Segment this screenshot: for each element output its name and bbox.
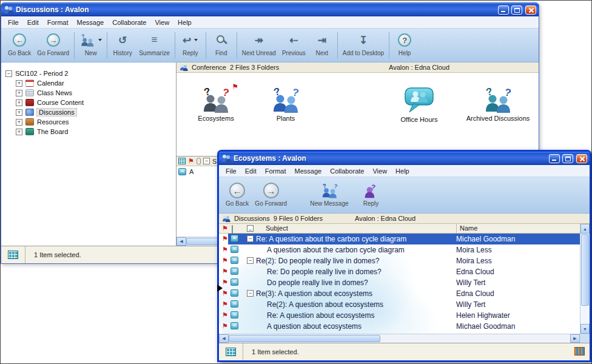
help-button[interactable]: ? Help <box>391 30 418 61</box>
tree-item-label: Course Content <box>37 99 84 106</box>
previous-button[interactable]: ⇠ Previous <box>279 30 309 61</box>
magnifier-icon <box>215 34 227 46</box>
message-row[interactable]: ⚑ ✉ − Re(3): A question about ecosystems… <box>219 288 580 299</box>
tree-root-sci102[interactable]: − SCI102 - Period 2 <box>1 69 176 78</box>
collapse-thread-icon[interactable]: − <box>247 257 254 264</box>
message-row[interactable]: ⚑ ✉ − Re(2): Do people really live in do… <box>219 255 580 266</box>
menu-edit[interactable]: Edit <box>23 18 43 27</box>
name-column-header[interactable]: Name <box>460 224 477 233</box>
maximize-button[interactable] <box>511 5 522 15</box>
menu-format[interactable]: Format <box>261 166 291 176</box>
menu-file[interactable]: File <box>4 18 23 27</box>
tree-item-discussions[interactable]: + Discussions <box>1 107 176 117</box>
message-row[interactable]: ⚑ ✉ A question about ecosystems Michael … <box>219 321 580 332</box>
summarize-icon: ≡ <box>151 34 157 46</box>
collapse-icon[interactable]: − <box>5 70 12 77</box>
menu-message[interactable]: Message <box>73 18 109 27</box>
tree-item-resources[interactable]: + Resources <box>1 117 176 127</box>
new-button[interactable]: ? New <box>76 30 105 61</box>
message-row[interactable]: ⚑ ✉ Re(2): A question about ecosystems W… <box>219 299 580 310</box>
expand-icon[interactable]: + <box>16 119 22 126</box>
scrollbar-thumb[interactable] <box>581 234 589 306</box>
subject-column-header[interactable]: Subject <box>266 224 288 233</box>
minimize-button[interactable] <box>498 5 509 15</box>
go-back-button[interactable]: ← Go Back <box>223 181 252 212</box>
vertical-scrollbar[interactable]: ▲ ▼ <box>580 224 590 334</box>
status-view-cell[interactable] <box>219 343 243 360</box>
menu-view[interactable]: View <box>150 18 173 27</box>
toolbar-separator <box>237 32 237 59</box>
new-message-button[interactable]: ? ? New Message <box>307 181 351 212</box>
horizontal-scrollbar[interactable]: ◀ ▶ <box>219 334 590 343</box>
next-unread-button[interactable]: ↠ Next Unread <box>239 30 279 61</box>
app-icon <box>4 5 13 14</box>
message-row[interactable]: ⚑ ✉ Re: A question about ecosystems Hele… <box>219 310 580 321</box>
scroll-left-button[interactable]: ◀ <box>177 237 186 246</box>
tree-item-label: Resources <box>37 118 69 126</box>
message-row[interactable]: ⚑ ✉ Re: Do people really live in domes? … <box>219 266 580 277</box>
news-icon <box>25 89 34 96</box>
go-forward-button[interactable]: → Go Forward <box>34 30 72 61</box>
new-message-people-icon: ? ? <box>320 183 338 198</box>
people-question-icon: ? ? <box>200 86 232 113</box>
status-view-cell[interactable] <box>1 246 25 263</box>
scroll-down-button[interactable]: ▼ <box>580 324 590 334</box>
menu-edit[interactable]: Edit <box>241 166 261 176</box>
message-row[interactable]: ⚑ ✉ Do people really live in domes? Will… <box>219 277 580 288</box>
scrollbar-thumb[interactable] <box>229 335 380 342</box>
menu-view[interactable]: View <box>368 166 391 176</box>
conference-label: Plants <box>252 115 319 122</box>
conference-office-hours[interactable]: Office Hours <box>386 86 452 123</box>
go-forward-button[interactable]: → Go Forward <box>252 181 290 212</box>
expand-icon[interactable]: + <box>16 109 22 116</box>
tree-item-label: Class News <box>37 89 72 96</box>
message-row[interactable]: ⚑ ✉ A question about the carbon cycle di… <box>219 244 580 255</box>
menu-collaborate[interactable]: Collaborate <box>326 166 368 176</box>
collapse-thread-icon[interactable]: − <box>247 235 254 242</box>
tree-item-course-content[interactable]: + Course Content <box>1 98 176 107</box>
tree-item-class-news[interactable]: + Class News <box>1 88 176 98</box>
toolbar-separator <box>206 32 206 59</box>
go-back-button[interactable]: ← Go Back <box>5 30 34 61</box>
reply-button[interactable]: ↩ Reply <box>177 30 204 61</box>
tree-item-calendar[interactable]: + Calendar <box>1 78 176 88</box>
menu-collaborate[interactable]: Collaborate <box>108 18 150 27</box>
back-circle-icon: ← <box>13 33 26 47</box>
collapse-all-icon[interactable]: − <box>203 158 210 164</box>
summarize-button[interactable]: ≡ Summarize <box>136 30 173 61</box>
minimize-button[interactable] <box>549 154 560 163</box>
collapse-thread-icon[interactable]: − <box>247 290 254 297</box>
reply-button[interactable]: ? Reply <box>358 181 385 212</box>
scroll-left-button[interactable]: ◀ <box>219 334 229 343</box>
menu-file[interactable]: File <box>221 166 241 176</box>
title-bar[interactable]: Discussions : Avalon <box>1 3 539 16</box>
paperclip-column-icon <box>197 158 201 164</box>
tree-item-the-board[interactable]: + The Board <box>1 127 176 136</box>
menu-help[interactable]: Help <box>391 166 414 176</box>
conference-ecosystems[interactable]: ⚑ ? ? Ecosystems <box>183 86 249 122</box>
conference-archived-discussions[interactable]: ? ? Archived Discussions <box>465 86 531 122</box>
next-button[interactable]: ⇥ Next <box>309 30 335 61</box>
scroll-up-button[interactable]: ▲ <box>580 224 590 234</box>
collapse-all-icon[interactable]: − <box>247 225 254 232</box>
maximize-button[interactable] <box>562 154 573 163</box>
expand-icon[interactable]: + <box>16 129 22 135</box>
history-button[interactable]: ↺ History <box>109 30 136 61</box>
message-row[interactable]: ⚑ ✉ − Re: A question about the carbon cy… <box>219 234 580 244</box>
expand-icon[interactable]: + <box>16 90 22 96</box>
scroll-right-button[interactable]: ▶ <box>570 334 580 343</box>
layout-toggle[interactable] <box>574 347 585 357</box>
menu-message[interactable]: Message <box>291 166 326 176</box>
conference-plants[interactable]: ? ? Plants <box>252 86 319 122</box>
menu-format[interactable]: Format <box>43 18 73 27</box>
expand-icon[interactable]: + <box>16 80 22 87</box>
menu-help[interactable]: Help <box>173 18 196 27</box>
title-bar[interactable]: Ecosystems : Avalon <box>219 152 590 165</box>
expand-icon[interactable]: + <box>16 99 22 106</box>
close-button[interactable] <box>525 5 536 15</box>
find-button[interactable]: Find <box>208 30 235 61</box>
menu-bar: File Edit Format Message Collaborate Vie… <box>219 165 590 177</box>
people-question-icon: ? ? <box>270 86 301 113</box>
close-button[interactable] <box>576 154 587 163</box>
add-to-desktop-button[interactable]: ↧ Add to Desktop <box>340 30 387 61</box>
